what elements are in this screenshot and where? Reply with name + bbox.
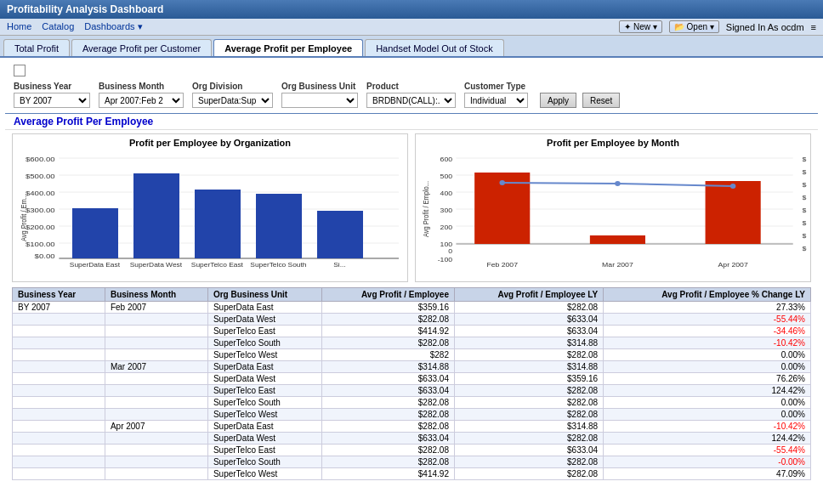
title-bar-label: Profitability Analysis Dashboard	[7, 3, 163, 15]
chart2: Profit per Employee by Month 600 500 400…	[415, 133, 811, 282]
table-row: BY 2007Feb 2007SuperData East$359.16$282…	[13, 302, 811, 314]
col-org-business-unit: Org Business Unit	[207, 288, 321, 302]
table-row: Mar 2007SuperData East$314.88$314.880.00…	[13, 361, 811, 373]
filter-org-business-unit: Org Business Unit	[281, 82, 358, 108]
svg-text:$200.00: $200.00	[26, 224, 55, 231]
chart2-title: Profit per Employee by Month	[419, 138, 807, 148]
filter-product: Product BRDBND(CALL):...	[366, 82, 456, 108]
filter-org-division-select[interactable]: SuperData:Sup...	[192, 93, 273, 108]
filter-org-business-unit-select[interactable]	[281, 93, 358, 108]
svg-text:SuperTelco East: SuperTelco East	[191, 262, 244, 269]
charts-row: Profit per Employee by Organization $600…	[5, 133, 818, 282]
svg-text:$500.00: $500.00	[26, 173, 55, 180]
table-row: Apr 2007SuperData East$282.08$314.88-10.…	[13, 421, 811, 433]
nav-links: Home Catalog Dashboards ▾	[7, 21, 143, 32]
filter-org-division-label: Org Division	[192, 82, 273, 91]
tab-handset[interactable]: Handset Model Out of Stock	[365, 39, 504, 56]
checkbox[interactable]	[14, 65, 26, 76]
svg-text:Si...: Si...	[333, 262, 345, 269]
svg-text:600: 600	[440, 155, 453, 163]
data-table: Business Year Business Month Org Busines…	[12, 287, 811, 480]
chart2-svg: 600 500 400 300 200 100 0 -100 $630.00 $…	[419, 150, 807, 269]
svg-text:$0.00: $0.00	[35, 252, 55, 260]
svg-text:$400.00: $400.00	[26, 190, 55, 197]
filter-business-month-label: Business Month	[99, 82, 184, 91]
nav-home[interactable]: Home	[7, 21, 31, 32]
svg-text:$630.00: $630.00	[803, 155, 807, 163]
tab-avg-profit-customer[interactable]: Average Profit per Customer	[71, 39, 212, 56]
svg-text:Mar 2007: Mar 2007	[602, 260, 633, 269]
svg-text:500: 500	[440, 172, 453, 180]
svg-text:Apr 2007: Apr 2007	[718, 260, 749, 269]
new-button[interactable]: ✦ New ▾	[619, 20, 662, 33]
svg-point-52	[499, 180, 505, 185]
title-bar: Profitability Analysis Dashboard	[0, 0, 823, 19]
svg-text:$0.00: $0.00	[803, 244, 807, 252]
svg-text:-100: -100	[438, 255, 453, 263]
svg-text:Feb 2007: Feb 2007	[486, 260, 518, 269]
filter-product-select[interactable]: BRDBND(CALL):...	[366, 93, 456, 108]
table-row: SuperTelco East$633.04$282.08124.42%	[13, 385, 811, 397]
svg-text:SuperTelco South: SuperTelco South	[250, 262, 306, 269]
col-avg-profit-ly: Avg Profit / Employee LY	[454, 288, 603, 302]
col-avg-profit-chg: Avg Profit / Employee % Change LY	[604, 288, 811, 302]
filter-product-label: Product	[366, 82, 456, 91]
nav-dashboards[interactable]: Dashboards ▾	[84, 21, 142, 32]
table-row: SuperData West$633.04$282.08124.42%	[13, 433, 811, 445]
filter-customer-type-label: Customer Type	[464, 82, 528, 91]
filter-business-year: Business Year BY 2007	[14, 82, 90, 108]
filter-business-month: Business Month Apr 2007:Feb 2	[99, 82, 184, 108]
tab-total-profit[interactable]: Total Profit	[3, 39, 70, 56]
svg-rect-19	[317, 211, 363, 258]
table-row: SuperTelco East$282.08$633.04-55.44%	[13, 445, 811, 456]
svg-text:$180.00: $180.00	[803, 218, 807, 227]
filter-row: Business Year BY 2007 Business Month Apr…	[5, 78, 818, 113]
svg-text:$300.00: $300.00	[26, 207, 55, 214]
svg-rect-15	[72, 208, 118, 258]
filter-business-year-label: Business Year	[14, 82, 90, 91]
filter-org-business-unit-label: Org Business Unit	[281, 82, 358, 91]
table-row: SuperTelco South$282.08$314.88-10.42%	[13, 337, 811, 349]
svg-text:$90.00: $90.00	[803, 231, 807, 240]
table-row: SuperTelco South$282.08$282.08-0.00%	[13, 456, 811, 468]
table-row: SuperData West$633.04$359.1676.26%	[13, 373, 811, 385]
svg-text:$360.00: $360.00	[803, 193, 807, 201]
svg-rect-18	[256, 194, 302, 258]
svg-text:Avg Profit / Em...: Avg Profit / Em...	[20, 194, 28, 241]
tab-bar: Total Profit Average Profit per Customer…	[0, 36, 823, 58]
svg-text:SuperData West: SuperData West	[130, 262, 183, 269]
svg-rect-50	[590, 235, 645, 244]
table-row: SuperData West$282.08$633.04-55.44%	[13, 314, 811, 326]
svg-text:300: 300	[440, 206, 453, 214]
nav-catalog[interactable]: Catalog	[42, 21, 74, 32]
svg-rect-16	[133, 173, 179, 258]
nav-right: ✦ New ▾ 📂 Open ▾ Signed In As ocdm ≡	[619, 20, 816, 33]
filter-business-month-select[interactable]: Apr 2007:Feb 2	[99, 93, 184, 108]
filter-customer-type: Customer Type Individual	[464, 82, 528, 108]
filter-org-division: Org Division SuperData:Sup...	[192, 82, 273, 108]
main-content: Business Year BY 2007 Business Month Apr…	[0, 58, 823, 504]
svg-rect-17	[195, 190, 241, 258]
apply-button[interactable]: Apply	[540, 93, 576, 108]
reset-button[interactable]: Reset	[582, 93, 620, 108]
chart1-svg: $600.00 $500.00 $400.00 $300.00 $200.00 …	[16, 150, 404, 269]
chart1: Profit per Employee by Organization $600…	[12, 133, 408, 282]
svg-text:SuperData East: SuperData East	[70, 262, 121, 269]
svg-text:200: 200	[440, 223, 453, 231]
filter-customer-type-select[interactable]: Individual	[464, 93, 528, 108]
tab-avg-profit-employee[interactable]: Average Profit per Employee	[213, 39, 363, 56]
svg-text:$100.00: $100.00	[26, 241, 55, 248]
svg-text:400: 400	[440, 189, 453, 197]
svg-point-54	[730, 184, 736, 189]
open-button[interactable]: 📂 Open ▾	[669, 20, 719, 33]
svg-text:0: 0	[448, 246, 452, 255]
svg-text:$540.00: $540.00	[803, 167, 807, 176]
filter-business-year-select[interactable]: BY 2007	[14, 93, 90, 108]
menu-icon[interactable]: ≡	[811, 22, 816, 32]
top-nav: Home Catalog Dashboards ▾ ✦ New ▾ 📂 Open…	[0, 19, 823, 36]
section-heading: Average Profit Per Employee	[5, 113, 818, 130]
col-avg-profit: Avg Profit / Employee	[322, 288, 455, 302]
table-row: SuperTelco West$414.92$282.0847.09%	[13, 468, 811, 480]
data-table-container: Business Year Business Month Org Busines…	[12, 287, 811, 496]
svg-text:$600.00: $600.00	[26, 156, 55, 163]
